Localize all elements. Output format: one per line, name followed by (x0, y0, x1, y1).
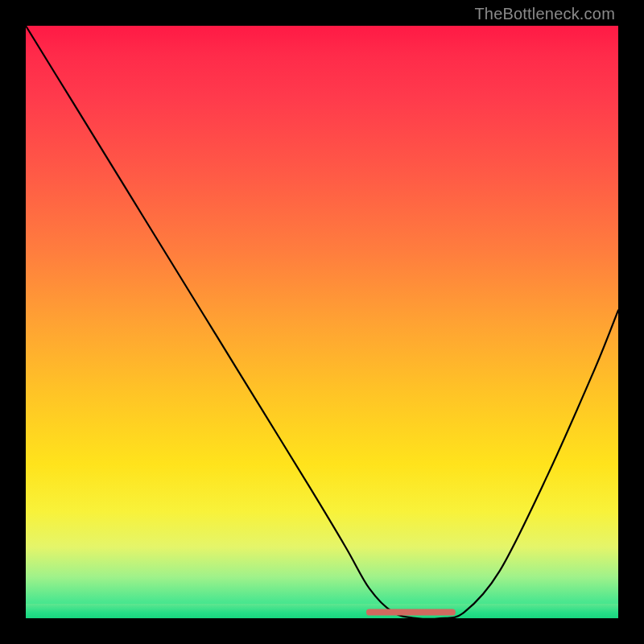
chart-frame: TheBottleneck.com (0, 0, 644, 644)
bottleneck-curve (26, 26, 618, 619)
watermark-text: TheBottleneck.com (474, 5, 615, 23)
chart-svg (26, 26, 618, 618)
plot-area (26, 26, 618, 618)
